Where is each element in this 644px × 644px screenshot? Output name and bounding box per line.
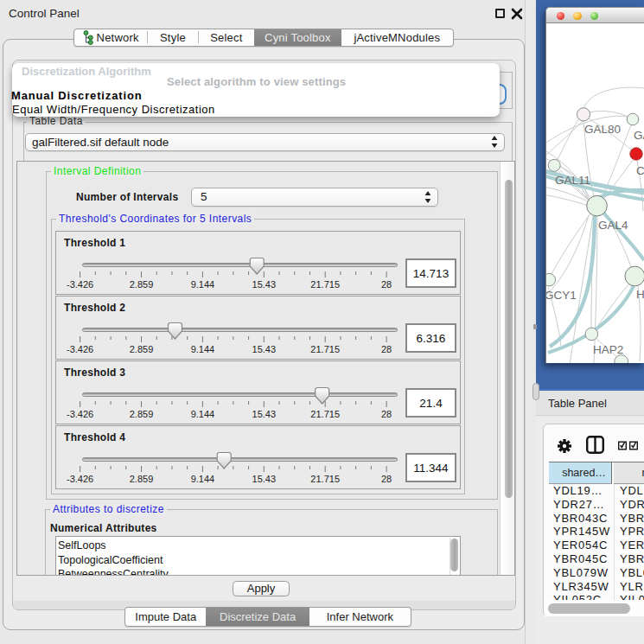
svg-text:GA: GA	[634, 129, 644, 142]
svg-text:GAL80: GAL80	[584, 123, 621, 136]
svg-text:GCY1: GCY1	[546, 289, 577, 302]
svg-text:GAL11: GAL11	[555, 174, 590, 187]
svg-text:HI: HI	[636, 288, 644, 301]
svg-text:C: C	[636, 164, 644, 177]
svg-text:GAL4: GAL4	[598, 219, 628, 232]
svg-text:HAP2: HAP2	[593, 343, 623, 356]
